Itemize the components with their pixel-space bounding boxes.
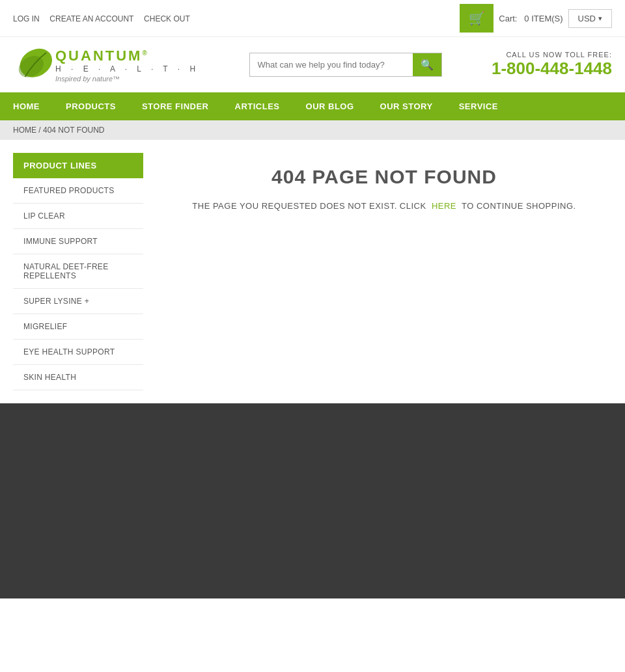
sidebar-link-lip-clear[interactable]: LIP CLEAR [13, 204, 143, 228]
sidebar-title: PRODUCT LINES [13, 153, 143, 178]
cart-button[interactable]: 🛒 [460, 4, 493, 33]
search-input[interactable] [250, 53, 413, 76]
nav-our-story[interactable]: OUR STORY [367, 92, 446, 120]
header: QUANTUM® H · E · A · L · T · H Inspired … [0, 37, 625, 92]
sidebar-item-repellents[interactable]: NATURAL DEET-FREE REPELLENTS [13, 254, 143, 289]
log-in-link[interactable]: LOG IN [13, 14, 40, 23]
error-title: 404 PAGE NOT FOUND [169, 166, 599, 188]
top-bar: LOG IN CREATE AN ACCOUNT CHECK OUT 🛒 Car… [0, 0, 625, 37]
logo-area: QUANTUM® H · E · A · L · T · H Inspired … [13, 44, 199, 86]
sidebar-item-immune[interactable]: IMMUNE SUPPORT [13, 229, 143, 254]
nav-store-finder[interactable]: STORE FINDER [129, 92, 222, 120]
sidebar-item-eye-health[interactable]: EYE HEALTH SUPPORT [13, 340, 143, 365]
nav-our-blog[interactable]: OUR BLOG [293, 92, 367, 120]
error-message-before: THE PAGE YOU REQUESTED DOES NOT EXIST. C… [192, 201, 426, 211]
sidebar-link-repellents[interactable]: NATURAL DEET-FREE REPELLENTS [13, 254, 143, 288]
error-area: 404 PAGE NOT FOUND THE PAGE YOU REQUESTE… [156, 153, 612, 390]
sidebar-link-migrelief[interactable]: MIGRELIEF [13, 314, 143, 339]
sidebar-link-featured[interactable]: FEATURED PRODUCTS [13, 178, 143, 203]
top-bar-links: LOG IN CREATE AN ACCOUNT CHECK OUT [13, 14, 198, 23]
breadcrumb: HOME / 404 NOT FOUND [0, 120, 625, 140]
logo-brand-name: QUANTUM® [55, 47, 199, 64]
cart-label: Cart: 0 ITEM(S) [499, 14, 562, 23]
phone-call-label: CALL US NOW TOLL FREE: [492, 51, 612, 59]
breadcrumb-home[interactable]: HOME [13, 126, 36, 135]
create-account-link[interactable]: CREATE AN ACCOUNT [49, 14, 133, 23]
main-nav: HOME PRODUCTS STORE FINDER ARTICLES OUR … [0, 92, 625, 120]
logo-health-text: H · E · A · L · T · H [55, 64, 199, 74]
logo-text: QUANTUM® H · E · A · L · T · H Inspired … [55, 47, 199, 83]
sidebar: PRODUCT LINES FEATURED PRODUCTS LIP CLEA… [13, 153, 143, 390]
main-content: PRODUCT LINES FEATURED PRODUCTS LIP CLEA… [0, 140, 625, 403]
sidebar-item-lip-clear[interactable]: LIP CLEAR [13, 204, 143, 229]
nav-articles[interactable]: ARTICLES [222, 92, 293, 120]
sidebar-link-super-lysine[interactable]: SUPER LYSINE + [13, 289, 143, 314]
breadcrumb-current: 404 NOT FOUND [43, 126, 104, 135]
cart-area: 🛒 Cart: 0 ITEM(S) USD [460, 4, 612, 33]
error-here-link[interactable]: HERE [432, 201, 456, 211]
sidebar-link-immune[interactable]: IMMUNE SUPPORT [13, 229, 143, 254]
error-message: THE PAGE YOU REQUESTED DOES NOT EXIST. C… [169, 201, 599, 211]
sidebar-item-super-lysine[interactable]: SUPER LYSINE + [13, 289, 143, 314]
sidebar-item-skin-health[interactable]: SKIN HEALTH [13, 365, 143, 390]
logo-leaf-icon [13, 44, 55, 86]
search-box: 🔍 [249, 53, 442, 77]
search-area: 🔍 [249, 53, 442, 77]
cart-value: 0 ITEM(S) [524, 14, 562, 23]
phone-number: 1-800-448-1448 [492, 59, 612, 79]
check-out-link[interactable]: CHECK OUT [144, 14, 190, 23]
currency-button[interactable]: USD [568, 9, 612, 28]
sidebar-link-eye-health[interactable]: EYE HEALTH SUPPORT [13, 340, 143, 364]
nav-home[interactable]: HOME [0, 92, 53, 120]
footer [0, 403, 625, 598]
error-message-after: TO CONTINUE SHOPPING. [462, 201, 576, 211]
logo-tagline: Inspired by nature™ [55, 75, 199, 83]
nav-products[interactable]: PRODUCTS [53, 92, 129, 120]
search-button[interactable]: 🔍 [413, 53, 441, 76]
cart-text: Cart: [499, 14, 517, 23]
nav-service[interactable]: SERVICE [446, 92, 511, 120]
breadcrumb-separator: / [38, 126, 43, 135]
sidebar-item-migrelief[interactable]: MIGRELIEF [13, 314, 143, 340]
phone-area: CALL US NOW TOLL FREE: 1-800-448-1448 [492, 51, 612, 79]
sidebar-link-skin-health[interactable]: SKIN HEALTH [13, 365, 143, 390]
sidebar-item-featured[interactable]: FEATURED PRODUCTS [13, 178, 143, 204]
